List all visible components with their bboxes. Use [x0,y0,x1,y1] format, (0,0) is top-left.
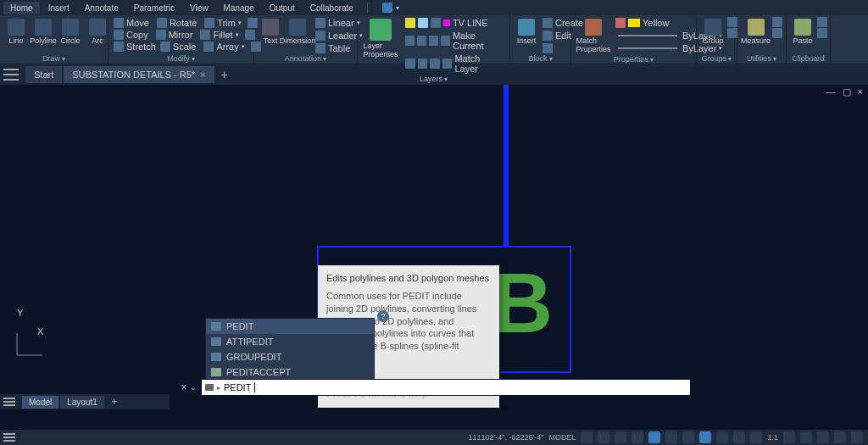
hardware-accel-icon[interactable] [817,431,829,443]
btn-match-layer[interactable]: Match Layer [403,53,506,75]
status-bar: 111102'-4", -62225'-4" MODEL 1:1 [0,430,868,445]
explode-icon[interactable] [245,30,255,40]
array-icon [203,42,214,52]
select-icon[interactable] [772,28,782,38]
panel-block-title[interactable]: Block [514,54,567,64]
snap-icon[interactable] [598,431,609,443]
menu-annotate[interactable]: Annotate [78,2,125,14]
annotation-monitor-icon[interactable] [800,431,812,443]
polar-icon[interactable] [632,431,643,443]
menu-output[interactable]: Output [263,2,302,14]
drawing-canvas[interactable]: — ▢ × 1× B METED O1 YX Edits polylines a… [0,85,868,409]
suggest-item[interactable]: PEDITACCEPT [206,364,374,380]
prompt-icon [205,384,214,391]
app-menu-icon[interactable] [382,3,392,13]
model-paper-toggle[interactable]: MODEL [548,433,576,442]
suggest-item[interactable]: ATTIPEDIT [206,334,374,349]
table-icon [315,43,326,53]
command-line: × ⌄ ▸ PEDIT [178,379,690,396]
status-menu-icon[interactable] [3,433,15,442]
copy-icon [114,30,124,40]
menu-home[interactable]: Home [3,2,40,14]
btn-match-properties[interactable]: Match Properties [575,17,612,55]
btn-measure[interactable]: Measure [741,17,771,47]
menu-insert[interactable]: Insert [42,2,76,14]
color-swatch [628,19,640,27]
close-tab-icon[interactable]: × [200,70,205,80]
menu-collaborate[interactable]: Collaborate [303,2,360,14]
coordinates-readout[interactable]: 111102'-4", -62225'-4" [469,433,544,442]
panel-utilities-title[interactable]: Utilities [741,54,782,64]
panel-groups-title[interactable]: Groups [700,54,733,64]
osnap-icon[interactable] [665,431,677,443]
group-edit-icon[interactable] [727,17,737,27]
tab-document[interactable]: SUBSTATION DETAILS - R5*× [64,66,214,83]
btn-paste[interactable]: Paste [790,17,815,47]
panel-block: Insert Create Edit Block [510,15,571,64]
ungroup-icon[interactable] [727,28,737,38]
block-attr-icon [542,43,553,53]
panel-layers-title[interactable]: Layers [361,75,506,84]
calculator-icon[interactable] [772,17,782,27]
cut-icon[interactable] [817,17,827,27]
bulb-icon [405,18,415,28]
close-cmdline-icon[interactable]: × [178,381,190,393]
layout-menu-icon[interactable] [3,398,15,406]
customize-icon[interactable] [851,431,863,443]
btn-make-current[interactable]: Make Current [403,30,506,52]
btn-polyline[interactable]: Polyline [31,17,56,47]
panel-annotation-title[interactable]: Annotation [258,54,353,64]
tab-model[interactable]: Model [22,396,58,409]
btn-insert[interactable]: Insert [514,17,539,47]
panel-utilities: Measure Utilities [737,15,787,64]
panel-draw-title[interactable]: Draw [3,54,104,64]
copy-clip-icon[interactable] [817,28,827,38]
layer-freeze-icon [418,58,428,69]
grid-icon[interactable] [581,431,593,443]
workspace-icon[interactable] [783,431,795,443]
btn-dimension[interactable]: Dimension [285,17,310,47]
layer-dropdown[interactable]: TV LINE [403,17,506,29]
tab-start[interactable]: Start [25,66,62,83]
btn-line[interactable]: Line [3,17,29,47]
layer-iso-icon [417,36,426,46]
otrack-icon[interactable] [682,431,694,443]
lineweight-icon[interactable] [699,431,711,443]
suggest-item[interactable]: GROUPEDIT [206,349,374,364]
menu-manage[interactable]: Manage [217,2,261,14]
menubar: Home Insert Annotate Parametric View Man… [0,0,868,15]
suggest-item[interactable]: PEDIT [206,319,374,334]
sysvar-icon [211,368,221,376]
add-layout-button[interactable]: + [106,396,123,408]
clean-screen-icon[interactable] [834,431,846,443]
command-input[interactable]: ▸ PEDIT [202,380,690,395]
new-tab-button[interactable]: + [216,68,233,81]
maximize-viewport-icon[interactable]: ▢ [843,86,851,97]
close-viewport-icon[interactable]: × [858,86,863,97]
create-block-icon [542,18,553,28]
panel-layers: Layer Properties TV LINE Make Current Ma… [358,15,510,64]
panel-properties-title[interactable]: Properties [575,55,693,64]
menu-parametric[interactable]: Parametric [127,2,181,14]
btn-layer-properties[interactable]: Layer Properties [361,17,400,60]
cycling-icon[interactable] [733,431,745,443]
scale-icon [160,42,170,52]
cmdline-history-icon[interactable]: ⌄ [190,383,202,392]
tab-layout1[interactable]: Layout1 [60,396,104,409]
scale-readout[interactable]: 1:1 [767,433,778,442]
btn-circle[interactable]: Circle [58,17,83,47]
help-icon[interactable]: ? [377,310,389,322]
drawing-text-b: B [492,254,553,352]
edit-block-icon [542,31,553,41]
ortho-icon[interactable] [615,431,626,443]
isodraft-icon[interactable] [648,431,660,443]
menu-view[interactable]: View [183,2,215,14]
minimize-viewport-icon[interactable]: — [826,86,836,97]
annotation-scale-icon[interactable] [750,431,762,443]
panel-modify-title[interactable]: Modify [112,54,250,64]
btn-group[interactable]: Group [700,17,726,47]
drawing-menu-icon[interactable] [3,69,19,81]
panel-properties: Match Properties Yellow ByLayer ▾ ByLaye… [571,15,697,64]
transparency-icon[interactable] [716,431,728,443]
btn-arc[interactable]: Arc [85,17,110,47]
